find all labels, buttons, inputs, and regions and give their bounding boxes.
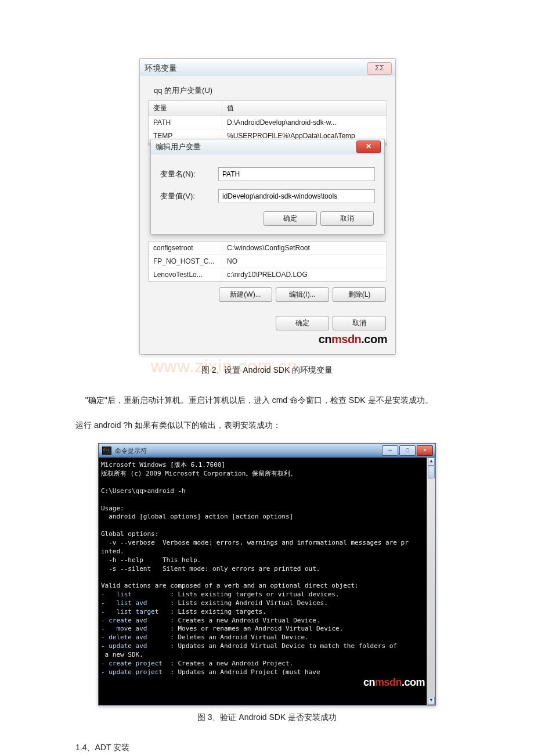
var-value-input[interactable] bbox=[218, 189, 375, 203]
cancel-button[interactable]: 取消 bbox=[320, 211, 374, 226]
cmd-titlebar: 命令提示符 — ▢ ✕ bbox=[99, 444, 435, 458]
var-name-input[interactable] bbox=[218, 167, 375, 181]
system-vars-table: configsetroot C:\windows\ConfigSetRoot F… bbox=[148, 241, 387, 282]
user-vars-group-label: qq 的用户变量(U) bbox=[154, 85, 387, 96]
minimize-icon[interactable]: — bbox=[382, 445, 398, 456]
ok-button[interactable]: 确定 bbox=[264, 211, 317, 226]
edit-user-var-dialog: 编辑用户变量 ✕ 变量名(N): 变量值(V): 确定 取消 bbox=[150, 139, 385, 235]
brand-watermark: cnmsdn.com bbox=[148, 333, 387, 346]
scroll-down-icon[interactable]: ▼ bbox=[428, 697, 435, 705]
close-icon[interactable]: ΣΣ bbox=[367, 62, 392, 75]
cancel-button[interactable]: 取消 bbox=[333, 316, 386, 330]
brand-watermark: cnmsdn.com bbox=[342, 661, 425, 704]
cmd-title-text: 命令提示符 bbox=[115, 447, 147, 455]
dialog-titlebar: 环境变量 ΣΣ bbox=[140, 59, 395, 76]
scroll-up-icon[interactable]: ▲ bbox=[428, 458, 435, 466]
figure-caption-3: 图 3、验证 Android SDK 是否安装成功 bbox=[75, 712, 459, 723]
maximize-icon[interactable]: ▢ bbox=[399, 445, 416, 456]
table-row[interactable]: PATH D:\AndroidDevelop\android-sdk-w... bbox=[149, 116, 387, 129]
new-button[interactable]: 新建(W)... bbox=[219, 287, 272, 302]
dialog-title: 环境变量 bbox=[145, 63, 177, 74]
body-paragraph: 运行 android ?h 如果有类似以下的输出，表明安装成功： bbox=[75, 418, 459, 433]
edit-dialog-title: 编辑用户变量 bbox=[156, 142, 201, 152]
close-icon[interactable]: ✕ bbox=[356, 141, 381, 153]
table-row[interactable]: LenovoTestLo... c:\nrdy10\PRELOAD.LOG bbox=[149, 268, 387, 281]
close-icon[interactable]: ✕ bbox=[417, 445, 433, 456]
var-name-label: 变量名(N): bbox=[160, 169, 218, 179]
col-header-value: 值 bbox=[222, 101, 387, 116]
body-paragraph: "确定"后，重新启动计算机。重启计算机以后，进入 cmd 命令窗口，检查 SDK… bbox=[75, 393, 459, 408]
var-value-label: 变量值(V): bbox=[160, 191, 218, 201]
env-variables-dialog: 环境变量 ΣΣ qq 的用户变量(U) 变量 值 PATH D:\Android… bbox=[139, 58, 396, 355]
figure-caption-2: 图 2、设置 Android SDK 的环境变量 bbox=[75, 365, 459, 376]
cmd-output: Microsoft Windows [版本 6.1.7600] 版权所有 (c)… bbox=[99, 458, 435, 705]
table-row[interactable]: configsetroot C:\windows\ConfigSetRoot bbox=[149, 242, 387, 255]
scroll-thumb[interactable] bbox=[428, 466, 435, 478]
edit-button[interactable]: 编辑(I)... bbox=[276, 287, 329, 302]
cmd-scrollbar[interactable]: ▲ ▼ bbox=[427, 458, 435, 705]
col-header-var: 变量 bbox=[149, 101, 222, 116]
ok-button[interactable]: 确定 bbox=[276, 316, 329, 330]
cmd-window: 命令提示符 — ▢ ✕ Microsoft Windows [版本 6.1.76… bbox=[98, 443, 436, 705]
section-heading: 1.4、ADT 安装 bbox=[75, 740, 459, 755]
cmd-icon bbox=[102, 447, 111, 455]
table-row[interactable]: FP_NO_HOST_C... NO bbox=[149, 255, 387, 268]
delete-button[interactable]: 删除(L) bbox=[333, 287, 386, 302]
